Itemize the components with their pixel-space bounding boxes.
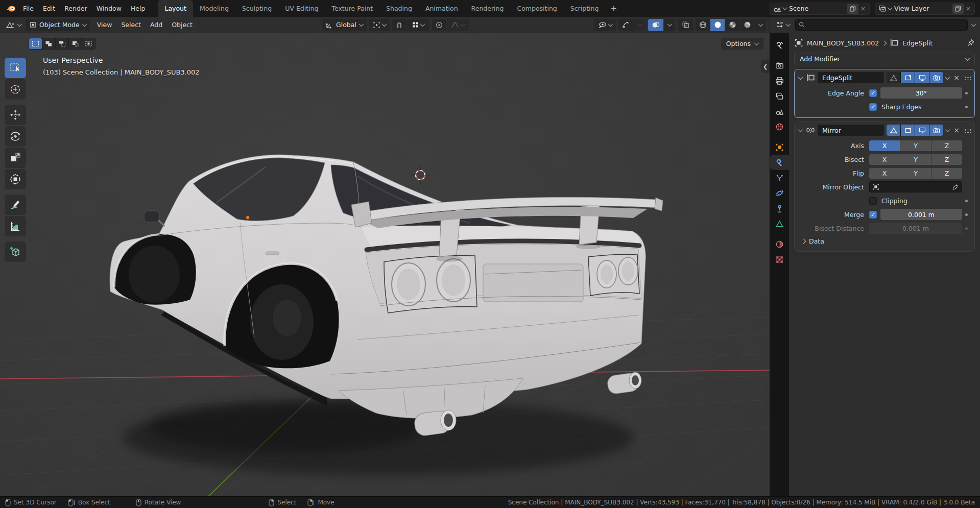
animate-property-dot[interactable] xyxy=(965,227,968,230)
menu-object[interactable]: Object xyxy=(167,19,197,31)
object-type-visibility-selector[interactable] xyxy=(594,19,616,31)
tab-particles[interactable] xyxy=(770,170,789,185)
modifier-extras-menu[interactable] xyxy=(945,127,950,132)
edge-angle-value-field[interactable]: 30° xyxy=(880,87,962,99)
unlink-scene-button[interactable]: × xyxy=(858,4,868,14)
pin-id-button[interactable] xyxy=(967,39,975,47)
pivot-point-selector[interactable] xyxy=(369,19,390,31)
drag-handle-icon[interactable] xyxy=(964,76,971,80)
expand-panel-chevron[interactable] xyxy=(798,127,803,132)
add-cube-tool-button[interactable] xyxy=(5,241,26,262)
breadcrumb-object-name[interactable]: MAIN_BODY_SUB3.002 xyxy=(807,39,879,47)
shading-options-selector[interactable] xyxy=(755,19,766,31)
show-in-viewport-toggle[interactable] xyxy=(915,125,929,136)
select-mode-intersect-button[interactable] xyxy=(82,38,95,49)
show-in-viewport-toggle[interactable] xyxy=(915,72,929,83)
gizmo-options-selector[interactable] xyxy=(634,19,646,31)
view-layer-selector[interactable]: View Layer × xyxy=(875,3,975,15)
tab-material[interactable] xyxy=(770,236,789,252)
modifier-name-field[interactable]: Mirror xyxy=(818,125,884,136)
workspace-tab-uv-editing[interactable]: UV Editing xyxy=(278,0,325,17)
menu-view[interactable]: View xyxy=(92,19,117,31)
select-mode-extend-button[interactable] xyxy=(42,38,55,49)
cursor-tool-button[interactable] xyxy=(5,79,26,100)
flip-x-button[interactable]: X xyxy=(869,168,900,179)
animate-property-dot[interactable] xyxy=(965,92,968,94)
bisect-x-button[interactable]: X xyxy=(869,154,900,165)
axis-z-button[interactable]: Z xyxy=(931,140,962,151)
properties-editor-type-selector[interactable] xyxy=(775,19,791,31)
shading-rendered-button[interactable] xyxy=(740,19,754,31)
new-view-layer-button[interactable] xyxy=(952,4,964,14)
show-in-editmode-toggle[interactable] xyxy=(901,125,915,136)
menu-window[interactable]: Window xyxy=(92,3,126,14)
tab-object-data[interactable] xyxy=(770,216,789,231)
shading-wireframe-button[interactable] xyxy=(696,19,710,31)
shading-solid-button[interactable] xyxy=(710,19,725,31)
tab-object[interactable] xyxy=(770,139,789,155)
axis-y-button[interactable]: Y xyxy=(900,140,931,151)
show-in-render-toggle[interactable] xyxy=(929,72,943,83)
search-input[interactable] xyxy=(808,21,964,29)
expand-panel-chevron[interactable] xyxy=(798,75,803,80)
menu-select[interactable]: Select xyxy=(116,19,146,31)
workspace-tab-rendering[interactable]: Rendering xyxy=(465,0,511,17)
tab-world[interactable] xyxy=(770,119,789,134)
animate-property-dot[interactable] xyxy=(965,106,968,108)
show-in-render-toggle[interactable] xyxy=(929,125,943,136)
bisect-z-button[interactable]: Z xyxy=(931,154,962,165)
tweak-select-tool-button[interactable] xyxy=(5,58,26,78)
mode-selector[interactable]: Object Mode xyxy=(26,19,90,31)
workspace-tab-animation[interactable]: Animation xyxy=(419,0,465,17)
workspace-tab-compositing[interactable]: Compositing xyxy=(510,0,563,17)
data-subpanel-toggle[interactable]: Data xyxy=(799,236,970,246)
remove-view-layer-button[interactable]: × xyxy=(964,4,973,14)
select-mode-new-button[interactable] xyxy=(29,38,42,49)
scene-selector[interactable]: Scene × xyxy=(770,3,870,15)
tab-output[interactable] xyxy=(770,73,789,88)
show-in-editmode-toggle[interactable] xyxy=(901,72,915,83)
workspace-tab-modeling[interactable]: Modeling xyxy=(193,0,235,17)
proportional-edit-toggle[interactable] xyxy=(432,19,446,31)
animate-property-dot[interactable] xyxy=(965,200,968,202)
viewport-canvas[interactable]: Options User Perspective (103) Scene Col… xyxy=(0,33,770,496)
select-mode-invert-button[interactable] xyxy=(69,38,82,49)
workspace-tab-sculpting[interactable]: Sculpting xyxy=(235,0,278,17)
bisect-y-button[interactable]: Y xyxy=(900,154,931,165)
flip-y-button[interactable]: Y xyxy=(900,168,931,179)
tab-modifiers[interactable] xyxy=(770,155,789,170)
add-workspace-button[interactable]: + xyxy=(605,0,622,17)
tab-render[interactable] xyxy=(770,58,789,73)
shading-material-button[interactable] xyxy=(725,19,739,31)
tab-constraints[interactable] xyxy=(770,201,789,216)
menu-help[interactable]: Help xyxy=(126,3,150,14)
snap-target-selector[interactable] xyxy=(407,19,429,31)
tab-physics[interactable] xyxy=(770,185,789,201)
show-gizmo-toggle[interactable] xyxy=(618,19,634,31)
blender-logo-icon[interactable] xyxy=(4,2,17,15)
overlay-options-selector[interactable] xyxy=(664,19,675,31)
rotate-tool-button[interactable] xyxy=(5,126,26,147)
workspace-tab-layout[interactable]: Layout xyxy=(158,0,193,17)
breadcrumb-modifier-name[interactable]: EdgeSplit xyxy=(902,39,933,47)
mirror-object-field[interactable] xyxy=(869,181,962,192)
xray-toggle[interactable] xyxy=(678,19,693,31)
measure-tool-button[interactable] xyxy=(5,216,26,236)
add-modifier-button[interactable]: Add Modifier xyxy=(794,53,975,65)
move-tool-button[interactable] xyxy=(5,105,26,125)
delete-modifier-button[interactable]: × xyxy=(952,74,961,82)
edge-angle-checkbox[interactable]: ✓ xyxy=(869,89,877,97)
tab-view-layer[interactable] xyxy=(770,88,789,104)
scale-tool-button[interactable] xyxy=(5,148,26,168)
eyedropper-icon[interactable] xyxy=(952,183,959,190)
sidebar-collapse-arrow[interactable]: ❮ xyxy=(761,60,770,73)
animate-property-dot[interactable] xyxy=(965,213,968,216)
properties-search-box[interactable] xyxy=(795,19,968,31)
annotate-tool-button[interactable] xyxy=(5,195,26,215)
clipping-checkbox[interactable] xyxy=(869,197,877,205)
options-button[interactable]: Options xyxy=(721,38,763,50)
merge-value-field[interactable]: 0.001 m xyxy=(880,209,962,220)
show-on-cage-toggle[interactable] xyxy=(887,72,900,83)
menu-render[interactable]: Render xyxy=(60,3,92,14)
flip-z-button[interactable]: Z xyxy=(931,168,962,179)
